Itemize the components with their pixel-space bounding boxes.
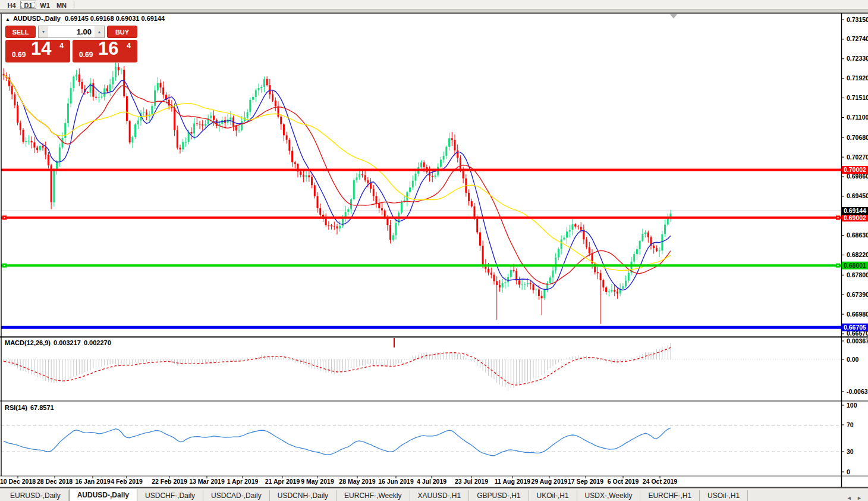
candle-body — [303, 175, 304, 177]
chart-tab-usdchf-daily[interactable]: USDCHF-,Daily — [137, 490, 203, 501]
date-label[interactable]: 22 Feb 2019 — [152, 478, 187, 485]
buy-button[interactable]: BUY — [107, 26, 137, 38]
candle-body — [412, 181, 414, 187]
candle-body — [78, 74, 80, 82]
candle-body — [143, 112, 144, 113]
chart-tab-eurchf-h1[interactable]: EURCHF-,H1 — [640, 490, 700, 501]
volume-increase-button[interactable]: ▲ — [95, 26, 104, 37]
candle-body — [367, 180, 369, 183]
candle-body — [558, 249, 559, 257]
candle-body — [533, 284, 534, 290]
sell-button[interactable]: SELL — [5, 26, 36, 38]
chart-tab-audusd-daily[interactable]: AUDUSD-,Daily — [69, 489, 137, 501]
date-label[interactable]: 6 Oct 2019 — [608, 478, 639, 485]
candle-body — [555, 258, 556, 271]
candle-body — [361, 174, 363, 175]
buy-price-main: 0.69 — [79, 51, 93, 59]
date-label[interactable]: 24 Oct 2019 — [643, 478, 678, 485]
candle-body — [580, 227, 582, 230]
candle-body — [614, 290, 615, 292]
timeframe-buttons: H4D1W1MN — [4, 1, 70, 9]
date-label[interactable]: 23 Jul 2019 — [455, 478, 488, 485]
date-label[interactable]: 11 Aug 2019 — [495, 478, 530, 485]
candle-body — [188, 132, 190, 142]
candle-body — [73, 77, 74, 88]
chart-tab-usdcad-daily[interactable]: USDCAD-,Daily — [203, 490, 270, 501]
date-label[interactable]: 16 Jan 2019 — [76, 478, 111, 485]
sell-price-pip: 4 — [59, 42, 64, 50]
buy-price-panel[interactable]: 0.69 16 4 — [73, 40, 137, 62]
chart-tab-gbpusd-h1[interactable]: GBPUSD-,H1 — [469, 490, 529, 501]
chart-tab-ukoil-h1[interactable]: UKOil-,H1 — [529, 490, 577, 501]
date-label[interactable]: 10 Dec 2018 — [0, 478, 36, 485]
rsi-pane — [1, 425, 841, 456]
candle-body — [67, 104, 69, 123]
chart-canvas[interactable]: 0.731500.727400.723300.719200.715100.711… — [0, 0, 868, 501]
ma-mid-line — [4, 76, 671, 284]
chart-tab-usdx-weekly[interactable]: USDX-,Weekly — [577, 490, 641, 501]
candle-body — [342, 218, 344, 226]
macd-pane — [1, 338, 841, 390]
candle-body — [572, 224, 574, 230]
candle-body — [17, 105, 18, 123]
rsi-name: RSI(14) — [5, 404, 27, 411]
candle-body — [255, 90, 257, 97]
date-label[interactable]: 29 Aug 2019 — [532, 478, 568, 485]
volume-input[interactable] — [48, 26, 95, 37]
date-label[interactable]: 9 May 2019 — [301, 478, 334, 485]
candle-body — [561, 239, 562, 249]
date-label[interactable]: 16 Jun 2019 — [378, 478, 414, 485]
price-tick-label: 0.68220 — [847, 251, 868, 258]
chart-tab-bar: EURUSD-,DailyAUDUSD-,DailyUSDCHF-,DailyU… — [0, 489, 868, 501]
date-label[interactable]: 4 Jul 2019 — [417, 478, 446, 485]
candle-body — [602, 280, 604, 287]
candle-body — [28, 141, 30, 142]
timeframe-button-w1[interactable]: W1 — [37, 1, 53, 9]
candle-body — [202, 124, 203, 126]
candle-body — [151, 106, 153, 115]
price-tick-label: 0.69860 — [847, 173, 868, 180]
ma-slow-line — [4, 76, 671, 271]
candle-body — [535, 290, 537, 290]
candle-body — [566, 231, 568, 237]
chart-tab-usoil-h1[interactable]: USOil-,H1 — [700, 490, 748, 501]
candle-body — [659, 250, 661, 251]
timeframe-button-d1[interactable]: D1 — [20, 1, 36, 9]
chart-tab-usdcnh-daily[interactable]: USDCNH-,Daily — [270, 490, 336, 501]
candle-body — [423, 162, 425, 167]
candle-body — [373, 189, 375, 196]
chart-tab-xauusd-h1[interactable]: XAUUSD-,H1 — [410, 490, 470, 501]
timeframe-button-mn[interactable]: MN — [54, 1, 70, 9]
price-tick-label: 0.67390 — [847, 291, 868, 298]
toolbar-separator — [74, 1, 74, 8]
date-label[interactable]: 13 Mar 2019 — [189, 478, 225, 485]
price-tick-label: 0.71510 — [847, 94, 868, 101]
candle-body — [213, 115, 215, 120]
date-label[interactable]: 21 Apr 2019 — [265, 478, 300, 485]
timeframe-button-h4[interactable]: H4 — [4, 1, 20, 9]
tab-scroll-left-icon[interactable]: ◄ — [847, 495, 852, 501]
candle-body — [415, 174, 417, 181]
sell-price-panel[interactable]: 0.69 14 4 — [5, 40, 70, 62]
date-label[interactable]: 28 Dec 2018 — [37, 478, 73, 485]
rsi-tick-label: 70 — [847, 421, 854, 428]
candle-body — [378, 203, 380, 208]
candle-body — [504, 282, 506, 283]
candle-body — [294, 162, 296, 164]
tab-scroll-right-icon[interactable]: ► — [857, 495, 862, 501]
candle-body — [81, 82, 83, 89]
collapse-icon[interactable]: ▲ — [5, 17, 10, 22]
date-label[interactable]: 28 May 2019 — [339, 478, 375, 485]
candle-body — [45, 148, 46, 155]
candle-body — [384, 210, 386, 217]
date-label[interactable]: 17 Sep 2019 — [568, 478, 603, 485]
volume-decrease-button[interactable]: ▼ — [39, 26, 48, 37]
candle-body — [31, 141, 33, 143]
candle-body — [364, 175, 366, 180]
date-label[interactable]: 1 Apr 2019 — [227, 478, 259, 485]
candle-body — [476, 219, 478, 233]
chart-tab-eurusd-daily[interactable]: EURUSD-,Daily — [2, 490, 69, 501]
chart-tab-eurchf-weekly[interactable]: EURCHF-,Weekly — [336, 490, 410, 501]
date-label[interactable]: 4 Feb 2019 — [111, 478, 143, 485]
window-top-strip — [0, 10, 868, 12]
